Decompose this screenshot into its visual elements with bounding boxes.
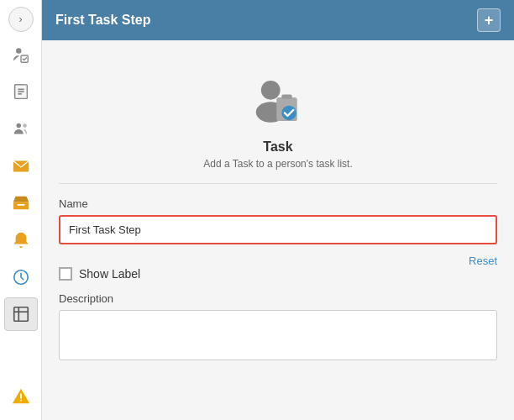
task-subtitle: Add a Task to a person's task list. [203, 158, 353, 170]
header: First Task Step + [42, 0, 514, 40]
svg-rect-16 [13, 307, 28, 322]
sidebar-item-people[interactable] [4, 113, 38, 146]
mail-icon [12, 157, 30, 176]
sidebar-item-layout[interactable] [4, 297, 38, 331]
plus-icon: + [485, 12, 494, 29]
sidebar-item-clock[interactable] [4, 260, 38, 294]
task-icon-area: Task Add a Task to a person's task list. [59, 57, 497, 184]
sidebar-item-mail[interactable] [4, 150, 38, 183]
people-icon [12, 120, 30, 139]
sidebar-item-warning[interactable] [4, 380, 38, 413]
show-label-checkbox[interactable] [59, 267, 72, 281]
task-title: Task [263, 139, 292, 155]
svg-point-19 [20, 400, 22, 402]
reset-link[interactable]: Reset [469, 255, 497, 267]
add-button[interactable]: + [477, 8, 501, 32]
svg-point-0 [16, 48, 21, 53]
name-label: Name [59, 197, 497, 210]
name-input[interactable] [59, 215, 497, 244]
description-field-group: Description [59, 292, 497, 364]
inbox-icon [12, 194, 30, 213]
sidebar-item-inbox[interactable] [4, 186, 38, 220]
description-label: Description [59, 292, 497, 305]
svg-point-11 [23, 123, 27, 128]
chevron-right-icon: › [19, 13, 23, 25]
sidebar-item-document[interactable] [4, 76, 38, 109]
reset-link-container: Reset [59, 255, 497, 267]
svg-point-20 [261, 81, 281, 100]
show-label-row: Show Label [59, 267, 497, 281]
svg-rect-14 [17, 204, 24, 206]
bell-icon [12, 231, 30, 249]
person-task-icon [12, 46, 30, 65]
svg-rect-23 [281, 95, 291, 99]
document-icon [12, 83, 30, 102]
description-input[interactable] [59, 310, 497, 360]
sidebar-item-bell[interactable] [4, 223, 38, 257]
svg-point-10 [16, 123, 21, 129]
task-icon-graphic [249, 74, 307, 133]
sidebar-toggle[interactable]: › [8, 7, 34, 32]
page-title: First Task Step [55, 13, 151, 28]
content-area: Task Add a Task to a person's task list.… [42, 40, 514, 420]
main-panel: First Task Step + Task Add a Task to a p… [42, 0, 514, 420]
name-field-group: Name [59, 197, 497, 244]
layout-icon [12, 305, 30, 323]
show-label-text: Show Label [79, 267, 140, 281]
warning-icon [12, 387, 30, 406]
sidebar-item-person-task[interactable] [4, 39, 38, 72]
clock-icon [12, 268, 30, 286]
sidebar: › [0, 0, 42, 420]
